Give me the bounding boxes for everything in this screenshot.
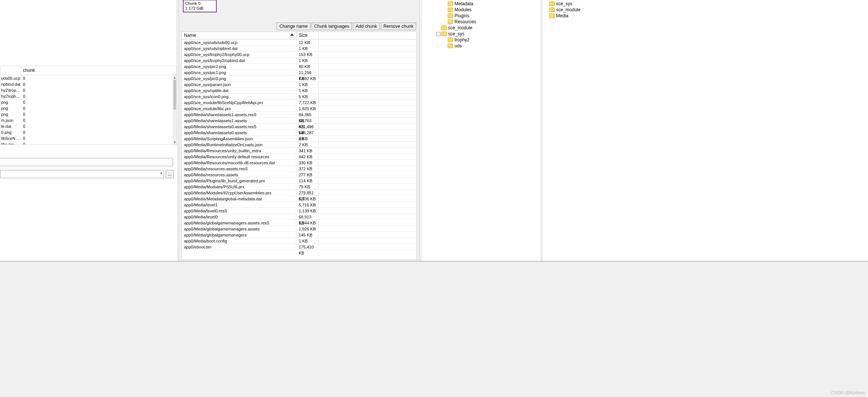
column-chunk[interactable]: chunk (21, 66, 176, 75)
file-row[interactable]: app0/Media/level0.resS1,139 KB (182, 208, 417, 214)
target-tree-panel[interactable]: sce_syssce_moduleMedia (543, 0, 868, 261)
file-row[interactable]: app0/Media/RuntimeInitializeOnLoads.json… (182, 142, 417, 148)
scroll-down-icon[interactable]: ▼ (173, 140, 176, 144)
chunk-panel: Chunk 0 1.172 GiB Change name Chunk lang… (179, 0, 420, 261)
chunk-toolbar: Change name Chunk languages Add chunk Re… (277, 23, 416, 30)
scroll-thumb[interactable] (173, 80, 176, 110)
file-size: 1 KB (296, 58, 319, 63)
assignment-chunk: 0 (21, 135, 173, 141)
text-input[interactable] (0, 158, 173, 166)
tree-node[interactable]: Modules (424, 7, 539, 13)
tree-label: sce_module (556, 7, 581, 13)
tree-node[interactable]: sce_module (544, 7, 866, 13)
file-row[interactable]: app0/Media/Resources/unity default resou… (182, 154, 417, 160)
file-row[interactable]: app0/eboot.bin175,410 KB (182, 244, 417, 250)
tree-node[interactable]: -sce_sys (424, 31, 539, 37)
file-row[interactable]: app0/Media/Metadata/global-metadata.dat6… (182, 196, 417, 202)
file-row[interactable]: app0/Media/Modules/Il2cppUserAssemblies.… (182, 190, 417, 196)
assignment-name: npbind.dat (0, 81, 21, 87)
tree-node[interactable]: uds (424, 43, 539, 49)
tree-label: sce_sys (448, 31, 464, 37)
column-size[interactable]: Size (296, 32, 319, 39)
assignment-row[interactable]: libc.prx0 (0, 141, 173, 144)
file-name: app0/Media/resources.assets (182, 172, 296, 177)
assignment-row[interactable]: hy2\trophy...0 (0, 87, 173, 93)
properties-area: ... (0, 148, 177, 261)
file-row[interactable]: app0/Media/sharedassets0.assets145,287 K… (182, 130, 417, 136)
file-row[interactable]: app0/sce_sys/nptitle.dat1 KB (182, 88, 417, 94)
tree-node[interactable]: Metadata (424, 1, 539, 7)
file-row[interactable]: app0/Media/Resources/mscorlib.dll-resour… (182, 160, 417, 166)
file-size: 114 KB (296, 178, 319, 183)
file-name: app0/Media/sharedassets1.assets.resS (182, 112, 296, 117)
scroll-up-icon[interactable]: ▲ (173, 75, 176, 80)
assignment-row[interactable]: npbind.dat0 (0, 81, 173, 87)
file-row[interactable]: app0/Media/level15,716 KB (182, 202, 417, 208)
file-row[interactable]: app0/Media/sharedassets0.assets.resS411,… (182, 124, 417, 130)
file-row[interactable]: app0/sce_module/libc.prx1,625 KB (182, 106, 417, 112)
browse-button[interactable]: ... (166, 170, 174, 178)
assignment-chunk: 0 (21, 141, 173, 144)
blank-area (0, 0, 177, 66)
file-size: 80 KB (296, 64, 319, 69)
file-row[interactable]: app0/Media/resources.assets277 KB (182, 172, 417, 178)
assignment-row[interactable]: libSceNpC...0 (0, 135, 173, 141)
chunk-tile[interactable]: Chunk 0 1.172 GiB (183, 0, 217, 12)
file-row[interactable]: app0/sce_sys/param.json1 KB (182, 82, 417, 88)
file-row[interactable]: app0/sce_module/libSceNpCppWebApi.prx7,7… (182, 100, 417, 106)
column-name[interactable]: Name (182, 32, 296, 39)
splitter-bar[interactable] (0, 261, 868, 262)
file-row[interactable]: app0/Media/level068,913 KB (182, 214, 417, 220)
file-row[interactable]: app0/sce_sys/trophy2/trophy00.ucp153 KB (182, 52, 417, 58)
file-row[interactable]: app0/Media/resources.assets.resS372 KB (182, 166, 417, 172)
file-size: 145 KB (296, 232, 319, 238)
assignment-table[interactable]: chunk uds00.ucp0npbind.dat0hy2\trophy...… (0, 66, 177, 145)
file-name: app0/sce_sys/pic2.png (182, 64, 296, 69)
tree-label: Plugins (455, 13, 469, 19)
file-row[interactable]: app0/Media/sharedassets1.assets.resS84,3… (182, 112, 417, 118)
collapse-icon[interactable]: - (436, 32, 441, 36)
file-row[interactable]: app0/sce_sys/trophy2/npbind.dat1 KB (182, 58, 417, 64)
file-row[interactable]: app0/Media/globalgamemanagers145 KB (182, 232, 417, 238)
file-name: app0/Media/Plugins/lib_burst_generated.p… (182, 178, 296, 183)
assignment-row[interactable]: m.json0 (0, 117, 173, 123)
file-row[interactable]: app0/sce_sys/pic1.png11,256 KB (182, 70, 417, 76)
file-row[interactable]: app0/sce_sys/uds/npbind.dat1 KB (182, 45, 417, 52)
file-row[interactable]: app0/Media/sharedassets1.assets10,763 KB (182, 118, 417, 124)
path-combo[interactable] (0, 170, 164, 178)
file-list-header: Name Size (182, 32, 417, 39)
tree-node[interactable]: trophy2 (424, 37, 539, 43)
file-row[interactable]: app0/sce_sys/icon0.png5 KB (182, 94, 417, 100)
file-row[interactable]: app0/sce_sys/pic0.png7,692 KB (182, 76, 417, 82)
tree-node[interactable]: Resources (424, 19, 539, 25)
change-name-button[interactable]: Change name (277, 23, 310, 30)
file-row[interactable]: app0/sce_sys/uds/uds00.ucp12 KB (182, 39, 417, 45)
file-row[interactable]: app0/Media/Modules/PS5Util.prx79 KB (182, 184, 417, 190)
tree-node[interactable]: Plugins (424, 13, 539, 19)
assignment-row[interactable]: 0.png0 (0, 129, 173, 135)
tree-node[interactable]: sce_module (424, 25, 539, 31)
assignment-name: m.json (0, 117, 21, 123)
assignment-row[interactable]: png0 (0, 99, 173, 105)
scrollbar[interactable]: ▲ ▼ (173, 75, 176, 144)
file-row[interactable]: app0/Media/ScriptingAssemblies.json3 KB (182, 136, 417, 142)
assignment-row[interactable]: png0 (0, 111, 173, 117)
assignment-row[interactable]: hy2\npbin...0 (0, 93, 173, 99)
file-row[interactable]: app0/Media/globalgamemanagers.assets1,92… (182, 226, 417, 232)
file-row[interactable]: app0/Media/boot.config1 KB (182, 238, 417, 244)
remove-chunk-button[interactable]: Remove chunk (381, 23, 416, 30)
assignment-row[interactable]: png0 (0, 105, 173, 111)
chunk-languages-button[interactable]: Chunk languages (312, 23, 352, 30)
file-row[interactable]: app0/sce_sys/pic2.png80 KB (182, 64, 417, 70)
file-list[interactable]: Name Size app0/sce_sys/uds/uds00.ucp12 K… (181, 32, 417, 260)
file-row[interactable]: app0/Media/Resources/unity_builtin_extra… (182, 148, 417, 154)
file-row[interactable]: app0/Media/globalgamemanagers.assets.res… (182, 220, 417, 226)
assignment-row[interactable]: le.dat0 (0, 123, 173, 129)
source-tree-panel[interactable]: MetadataModulesPluginsResourcessce_modul… (422, 0, 541, 261)
add-chunk-button[interactable]: Add chunk (353, 23, 380, 30)
file-name: app0/sce_sys/icon0.png (182, 94, 296, 99)
tree-node[interactable]: Media (544, 13, 866, 19)
file-row[interactable]: app0/Media/Plugins/lib_burst_generated.p… (182, 178, 417, 184)
assignment-row[interactable]: uds00.ucp0 (0, 75, 173, 81)
tree-node[interactable]: sce_sys (544, 1, 866, 7)
